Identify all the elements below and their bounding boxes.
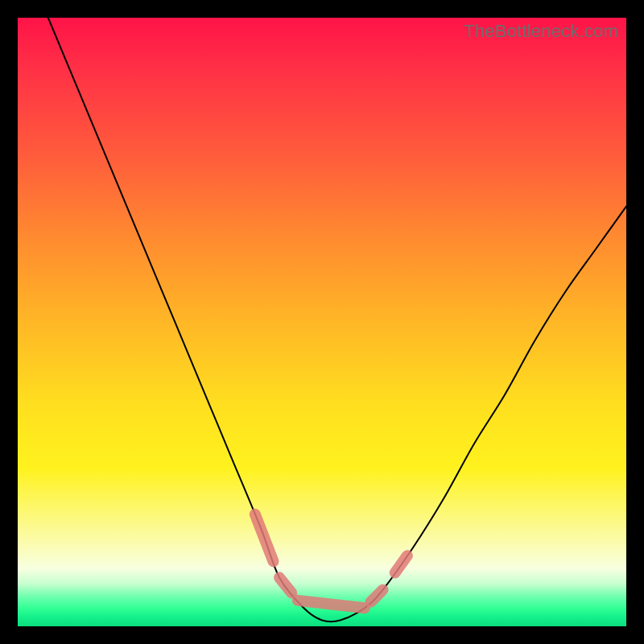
optimal-range-bead	[298, 601, 365, 608]
chart-frame: TheBottleneck.com	[0, 0, 644, 644]
optimal-range-bead	[370, 590, 382, 602]
optimal-range-bead	[255, 514, 274, 561]
optimal-range-bead	[395, 555, 407, 572]
optimal-range-highlight	[255, 514, 407, 608]
bottleneck-curve	[48, 18, 626, 621]
optimal-range-bead	[279, 578, 291, 593]
chart-plot-area: TheBottleneck.com	[18, 18, 626, 626]
chart-svg	[18, 18, 626, 626]
